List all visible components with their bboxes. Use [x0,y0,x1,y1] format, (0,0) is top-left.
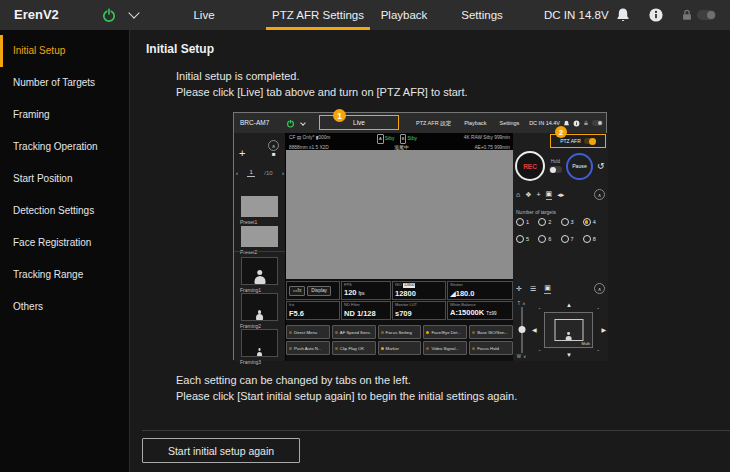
target-option-5[interactable]: 5 [516,235,538,243]
sidebar-item-initial-setup[interactable]: Initial Setup [0,35,129,67]
mock-video-preview[interactable] [286,150,513,279]
mock-button-base-iso[interactable]: Base ISO/Sen... [469,325,513,339]
sidebar-item-detection-settings[interactable]: Detection Settings [0,195,129,227]
chevron-down-icon[interactable] [128,7,139,18]
mock-button-face-eye-detect[interactable]: Face/Eye Det... [423,325,467,339]
mock-button-focus-setting[interactable]: Focus Setting [378,325,422,339]
mock-iris-cell[interactable]: Iris F5.6 [286,301,340,320]
target-option-2[interactable]: 2 [538,218,560,226]
target-option-8[interactable]: 8 [583,235,605,243]
mock-record-format: 4K RAW Stby 999min [464,134,510,144]
tilt-down-arrow[interactable]: ▼ [566,352,572,358]
outro-line-2: Please click [Start initial setup again]… [176,388,517,404]
add-icon[interactable]: + [537,191,541,198]
compare-icon[interactable]: ◂▸ [557,191,564,199]
outro-line-1: Each setting can be changed by tabs on t… [176,372,517,388]
sidebar-item-tracking-range[interactable]: Tracking Range [0,259,129,291]
sidebar-item-tracking-operation[interactable]: Tracking Operation [0,131,129,163]
mock-button-direct-menu[interactable]: Direct Menu [286,325,330,339]
mock-shutter-cell[interactable]: Shutter ◢180.0 [447,281,513,300]
tracking-target-icon[interactable]: ▣ [546,190,553,200]
mock-button-af-speed-sens[interactable]: AF Speed Sens. [332,325,376,339]
mock-stop-icon[interactable]: ■ [272,151,276,157]
corner-dot: ▪ [539,349,540,353]
mock-preset-panel: ∧ + ■ ‹ 1 /10 › Preset1 Preset2 Framing1… [234,133,286,361]
zoom-thumb[interactable] [518,326,525,333]
sidebar-item-number-of-targets[interactable]: Number of Targets [0,67,129,99]
sidebar-item-others[interactable]: Others [0,291,129,323]
mock-reset-icon[interactable]: ↺ [597,161,605,171]
mock-camera-mode-button[interactable]: ▭fx [289,286,305,296]
mock-add-preset-icon[interactable]: + [239,148,245,159]
mock-fps-cell[interactable]: FPS 120 fps [341,281,391,300]
target-option-4-selected[interactable]: 4 [583,218,605,226]
target-option-3[interactable]: 3 [561,218,583,226]
tab-ptz-afr-settings[interactable]: PTZ AFR Settings [264,0,372,30]
mock-page-next-icon[interactable]: › [282,170,284,176]
preset-group-icon[interactable]: ❖ [525,191,531,199]
pan-right-arrow[interactable]: ▶ [601,327,606,333]
tab-live[interactable]: Live [178,0,230,30]
mock-nd-filter-cell[interactable]: ND Filter ND 1/128 [341,301,391,320]
sidebar-item-face-registration[interactable]: Face Registration [0,227,129,259]
mock-iso-cell[interactable]: ISO12800 12800 [392,281,446,300]
info-icon[interactable] [648,7,664,23]
sidebar-item-start-position[interactable]: Start Position [0,163,129,195]
zoom-track[interactable] [521,307,523,353]
mock-multi-label: Multi [582,341,590,346]
start-initial-setup-again-button[interactable]: Start initial setup again [142,438,300,463]
mock-button-push-auto-nd[interactable]: Push Auto N... [286,341,330,355]
mock-framing-preview[interactable]: Multi [544,312,593,348]
mock-tab-settings[interactable]: Settings [499,120,519,126]
mock-collapse-icon[interactable]: ∧ [268,140,279,151]
home-icon[interactable]: ⌂ [516,191,520,198]
mock-preset2-thumbnail[interactable] [241,226,278,247]
mock-tab-playback[interactable]: Playback [464,120,486,126]
joystick-icon[interactable]: ✛ [516,285,522,293]
zoom-out-icon[interactable]: ∨ [523,354,526,359]
mock-preset1-thumbnail[interactable] [241,196,278,217]
power-icon[interactable] [101,7,117,23]
slot-a-icon: A [377,134,384,144]
corner-dot: ▪ [539,307,540,311]
zoom-in-icon[interactable]: ∧ [522,301,525,306]
target-option-1[interactable]: 1 [516,218,538,226]
collapse-icon[interactable]: ∧ [594,189,605,200]
divider [234,251,285,252]
mock-tab-ptz-afr[interactable]: PTZ AFR 設定 [416,120,451,127]
sidebar-item-framing[interactable]: Framing [0,99,129,131]
tilt-up-arrow[interactable]: ▲ [566,302,572,308]
tab-playback[interactable]: Playback [372,0,436,30]
mock-white-balance-cell[interactable]: White Balance A:15000K T±99 [447,301,513,320]
mock-page-prev-icon[interactable]: ‹ [236,170,238,176]
status-dot [289,347,292,350]
mock-monitor-lut-cell[interactable]: Monitor LUT s709 [392,301,446,320]
mock-hold-toggle[interactable] [549,166,562,173]
tab-settings[interactable]: Settings [452,0,512,30]
target-option-7[interactable]: 7 [561,235,583,243]
pan-left-arrow[interactable]: ◀ [532,327,537,333]
top-bar: ErenV2 Live PTZ AFR Settings Playback Se… [0,0,730,30]
mock-button-focus-hold[interactable]: Focus Hold [469,341,513,355]
mock-framing1-thumbnail[interactable] [241,257,278,285]
mock-button-video-signal[interactable]: Video Signal... [423,341,467,355]
mock-framing-rect [554,319,583,341]
mock-button-clip-flag-ok[interactable]: Clip Flag OK [332,341,376,355]
mock-button-marker[interactable]: Marker [378,341,422,355]
mock-ptz-afr-toggle[interactable] [584,138,596,144]
target-option-6[interactable]: 6 [538,235,560,243]
notifications-bell-icon[interactable] [615,7,631,23]
mock-pause-button[interactable]: Pause [566,153,593,180]
menu-list-icon[interactable]: ☰ [530,285,536,293]
mock-tab-live-highlighted[interactable]: Live [319,115,399,130]
mock-framing3-thumbnail[interactable] [241,329,278,357]
lock-toggle[interactable] [697,10,716,20]
framing-box-icon[interactable]: ▣ [544,284,551,294]
mock-display-button[interactable]: Display [307,286,331,296]
mock-window-title: BRC-AM7 [240,113,269,133]
collapse-icon[interactable]: ∧ [594,283,605,294]
mock-rec-button[interactable]: REC [515,151,545,181]
mock-framing2-thumbnail[interactable] [241,293,278,321]
corner-dot: ▪ [598,349,599,353]
mock-info-icon [573,120,580,127]
